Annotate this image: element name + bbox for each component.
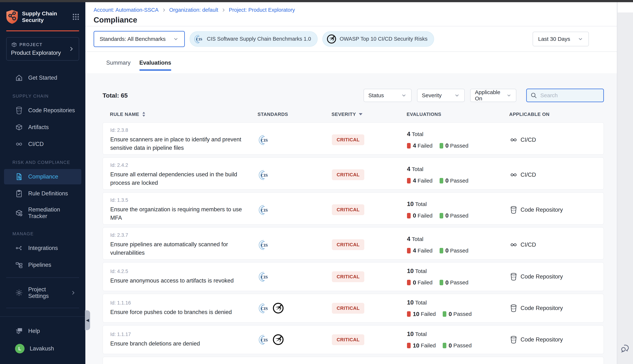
applicable-on-filter-dropdown[interactable]: Applicable On [470,89,516,102]
applicable-on-label: Code Repository [520,305,563,312]
evaluations-failed-label: Failed [421,311,436,317]
sidebar-item-integrations[interactable]: Integrations [4,240,81,256]
tab-label: Evaluations [140,58,171,70]
evaluations-failed-count: 4 [413,142,416,149]
user-menu[interactable]: L Lavakush [4,340,81,357]
table-row[interactable]: Id: 2.4.2 Ensure all external dependenci… [102,157,604,190]
evaluations-failed-label: Failed [418,280,432,286]
passed-indicator [440,143,443,148]
table-row[interactable]: Id: 4.2.5 Ensure anonymous access to art… [102,262,604,291]
failed-indicator [407,143,411,148]
date-range-label: Last 30 Days [538,36,570,42]
evaluations-passed-label: Passed [453,342,472,348]
sort-desc-icon[interactable] [358,113,363,116]
sidebar-item-remediation-tracker[interactable]: Remediation Tracker [4,203,81,223]
sidebar-item-compliance[interactable]: Compliance [4,169,81,184]
cis-standard-icon [258,239,270,251]
column-rule-name[interactable]: RULE NAME [110,111,258,117]
sidebar-item-label: Project Settings [28,286,60,299]
package-icon [11,42,17,48]
rule-name: Ensure scanners are in place to identify… [110,135,250,152]
sidebar-item-rule-definitions[interactable]: Rule Definitions [4,186,81,201]
collapse-arrow-icon: ◀ [86,318,89,322]
severity-filter-dropdown[interactable]: Severity [417,89,465,102]
evaluations-passed-label: Passed [450,248,468,254]
column-severity[interactable]: SEVERITY [332,112,406,117]
evaluations-passed-count: 0 [448,342,452,349]
sidebar-item-label: Compliance [28,174,58,180]
breadcrumb-account[interactable]: Account: Automation-SSCA [94,7,158,13]
help-button[interactable]: ? Help [4,323,81,339]
tab-evaluations[interactable]: Evaluations [137,58,174,73]
owasp-standard-icon [272,334,284,346]
pipelines-icon [15,261,23,269]
infinity-icon [15,140,23,148]
rules-list: Id: 2.3.8 Ensure scanners are in place t… [102,122,604,364]
app-switcher-icon[interactable] [72,13,80,21]
failed-indicator [407,280,411,285]
tab-summary[interactable]: Summary [104,58,133,73]
chevron-down-icon [454,92,460,98]
table-row[interactable]: Id: 1.3.5 Ensure the organization is req… [102,192,604,225]
passed-indicator [440,213,443,218]
applicable-on-label: Code Repository [520,336,563,343]
sidebar-footer: ? Help L Lavakush [0,316,85,364]
evaluations-passed-label: Passed [450,280,468,286]
evaluations-passed-count: 0 [446,247,449,254]
sidebar-item-get-started[interactable]: Get Started [4,70,81,86]
sidebar-collapse-handle[interactable]: ◀ [85,310,90,330]
cicd-icon [510,136,518,144]
chip-cis-benchmark[interactable]: CIS Software Supply Chain Benchmarks 1.0 [190,31,318,47]
home-icon [15,74,23,82]
date-range-dropdown[interactable]: Last 30 Days [533,32,589,46]
code-repository-icon [510,304,518,312]
sort-icon[interactable] [142,111,146,117]
chevron-right-icon [162,8,166,12]
breadcrumb-organization[interactable]: Organization: default [169,7,218,13]
chevron-right-icon [221,8,226,12]
sidebar-item-code-repositories[interactable]: Code Repositories [4,103,81,118]
applicable-on-label: Code Repository [520,206,563,213]
table-row[interactable]: Id: 1.1.17 Ensure branch deletions are d… [102,325,604,354]
standards-dropdown[interactable]: Standards: All Benchmarks [94,31,185,47]
svg-text:?: ? [19,328,20,331]
chip-owasp-top10[interactable]: OWASP Top 10 CI/CD Security Risks [322,31,434,47]
passed-indicator [443,343,446,348]
sidebar-item-cicd[interactable]: CI/CD [4,136,81,152]
rule-id: Id: 1.3.5 [110,198,258,203]
tab-bar: Summary Evaluations [85,52,617,73]
project-selector[interactable]: PROJECT Product Exploratory [6,37,79,60]
chip-label: CIS Software Supply Chain Benchmarks 1.0 [207,36,311,42]
evaluations-failed-label: Failed [418,143,432,149]
chevron-down-icon [506,92,512,98]
total-count: Total: 65 [102,92,128,99]
code-repository-icon [15,106,23,114]
sidebar-item-account-settings[interactable]: Account Settings [4,313,81,316]
evaluations-passed-count: 0 [446,279,449,286]
sidebar-item-project-settings[interactable]: Project Settings [4,282,81,303]
breadcrumb-project[interactable]: Project: Product Exploratory [229,7,295,13]
page-title: Compliance [94,16,617,24]
chevron-right-icon [70,289,76,296]
sidebar-item-label: Get Started [28,74,57,81]
brand-divider [6,30,79,31]
table-row[interactable]: Id: 2.3.8 Ensure scanners are in place t… [102,122,604,155]
feedback-chat-icon[interactable] [620,343,630,354]
artifacts-box-icon [15,123,23,131]
help-chat-icon: ? [15,327,23,335]
search-box[interactable] [526,88,604,102]
evaluations-failed-count: 0 [413,212,416,219]
evaluations-total-count: 10 [407,299,414,306]
evaluations-passed-label: Passed [453,311,472,317]
chip-label: OWASP Top 10 CI/CD Security Risks [340,36,428,42]
chevron-down-icon [173,36,179,42]
table-row[interactable]: Id: 1.1.16 Ensure force pushes code to b… [102,294,604,322]
status-filter-dropdown[interactable]: Status [364,89,412,102]
sidebar-item-artifacts[interactable]: Artifacts [4,120,81,135]
table-row[interactable]: Id: 2.3.7 Ensure pipelines are automatic… [102,227,604,260]
sidebar-item-pipelines[interactable]: Pipelines [4,257,81,273]
search-input[interactable] [540,92,611,98]
table-row-partial[interactable] [102,357,604,364]
failed-indicator [407,311,411,317]
cis-standard-icon [258,334,270,346]
